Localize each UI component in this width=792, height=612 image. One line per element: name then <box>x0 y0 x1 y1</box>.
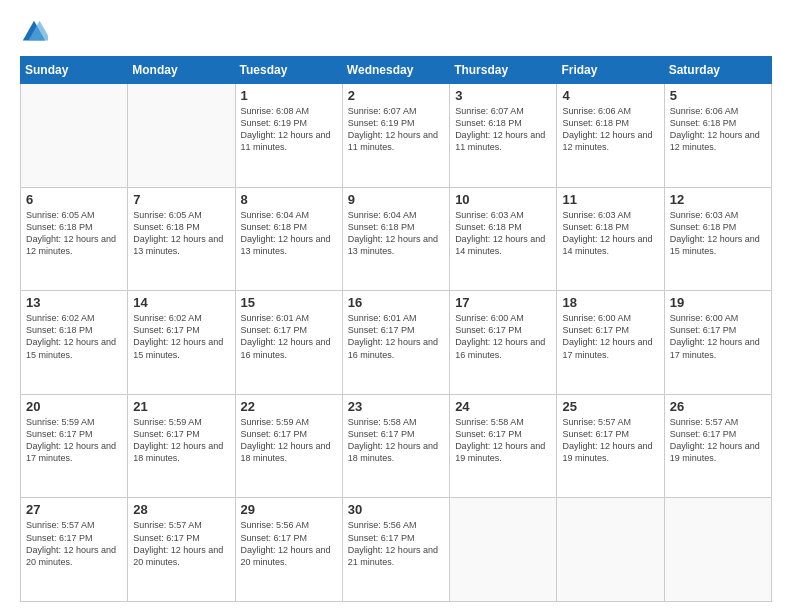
calendar-cell <box>557 498 664 602</box>
calendar-cell: 5Sunrise: 6:06 AM Sunset: 6:18 PM Daylig… <box>664 84 771 188</box>
calendar-cell: 1Sunrise: 6:08 AM Sunset: 6:19 PM Daylig… <box>235 84 342 188</box>
calendar-cell: 16Sunrise: 6:01 AM Sunset: 6:17 PM Dayli… <box>342 291 449 395</box>
day-info: Sunrise: 6:03 AM Sunset: 6:18 PM Dayligh… <box>455 209 551 258</box>
calendar-cell: 17Sunrise: 6:00 AM Sunset: 6:17 PM Dayli… <box>450 291 557 395</box>
calendar-cell <box>21 84 128 188</box>
day-info: Sunrise: 6:07 AM Sunset: 6:19 PM Dayligh… <box>348 105 444 154</box>
calendar-header: SundayMondayTuesdayWednesdayThursdayFrid… <box>21 57 772 84</box>
day-info: Sunrise: 6:00 AM Sunset: 6:17 PM Dayligh… <box>455 312 551 361</box>
calendar-cell: 23Sunrise: 5:58 AM Sunset: 6:17 PM Dayli… <box>342 394 449 498</box>
day-number: 2 <box>348 88 444 103</box>
calendar-cell: 2Sunrise: 6:07 AM Sunset: 6:19 PM Daylig… <box>342 84 449 188</box>
day-number: 13 <box>26 295 122 310</box>
logo-icon <box>20 18 48 46</box>
calendar-cell <box>664 498 771 602</box>
day-number: 6 <box>26 192 122 207</box>
day-info: Sunrise: 6:00 AM Sunset: 6:17 PM Dayligh… <box>562 312 658 361</box>
weekday-friday: Friday <box>557 57 664 84</box>
day-number: 12 <box>670 192 766 207</box>
calendar-cell: 30Sunrise: 5:56 AM Sunset: 6:17 PM Dayli… <box>342 498 449 602</box>
day-number: 26 <box>670 399 766 414</box>
calendar-cell: 20Sunrise: 5:59 AM Sunset: 6:17 PM Dayli… <box>21 394 128 498</box>
calendar-cell: 13Sunrise: 6:02 AM Sunset: 6:18 PM Dayli… <box>21 291 128 395</box>
day-info: Sunrise: 6:02 AM Sunset: 6:17 PM Dayligh… <box>133 312 229 361</box>
calendar-cell: 7Sunrise: 6:05 AM Sunset: 6:18 PM Daylig… <box>128 187 235 291</box>
day-number: 19 <box>670 295 766 310</box>
calendar-cell: 27Sunrise: 5:57 AM Sunset: 6:17 PM Dayli… <box>21 498 128 602</box>
weekday-sunday: Sunday <box>21 57 128 84</box>
day-number: 22 <box>241 399 337 414</box>
calendar-cell: 24Sunrise: 5:58 AM Sunset: 6:17 PM Dayli… <box>450 394 557 498</box>
day-info: Sunrise: 5:59 AM Sunset: 6:17 PM Dayligh… <box>133 416 229 465</box>
header <box>20 18 772 46</box>
weekday-tuesday: Tuesday <box>235 57 342 84</box>
calendar-cell: 29Sunrise: 5:56 AM Sunset: 6:17 PM Dayli… <box>235 498 342 602</box>
day-info: Sunrise: 5:57 AM Sunset: 6:17 PM Dayligh… <box>562 416 658 465</box>
day-number: 1 <box>241 88 337 103</box>
weekday-saturday: Saturday <box>664 57 771 84</box>
day-info: Sunrise: 6:01 AM Sunset: 6:17 PM Dayligh… <box>241 312 337 361</box>
day-number: 8 <box>241 192 337 207</box>
day-info: Sunrise: 6:05 AM Sunset: 6:18 PM Dayligh… <box>26 209 122 258</box>
day-info: Sunrise: 5:56 AM Sunset: 6:17 PM Dayligh… <box>241 519 337 568</box>
day-info: Sunrise: 5:59 AM Sunset: 6:17 PM Dayligh… <box>241 416 337 465</box>
calendar-cell: 9Sunrise: 6:04 AM Sunset: 6:18 PM Daylig… <box>342 187 449 291</box>
calendar-week-0: 1Sunrise: 6:08 AM Sunset: 6:19 PM Daylig… <box>21 84 772 188</box>
day-info: Sunrise: 6:00 AM Sunset: 6:17 PM Dayligh… <box>670 312 766 361</box>
day-number: 17 <box>455 295 551 310</box>
logo <box>20 18 50 46</box>
day-info: Sunrise: 6:02 AM Sunset: 6:18 PM Dayligh… <box>26 312 122 361</box>
calendar-week-3: 20Sunrise: 5:59 AM Sunset: 6:17 PM Dayli… <box>21 394 772 498</box>
day-info: Sunrise: 6:04 AM Sunset: 6:18 PM Dayligh… <box>241 209 337 258</box>
calendar-cell: 6Sunrise: 6:05 AM Sunset: 6:18 PM Daylig… <box>21 187 128 291</box>
day-info: Sunrise: 6:04 AM Sunset: 6:18 PM Dayligh… <box>348 209 444 258</box>
calendar-cell: 8Sunrise: 6:04 AM Sunset: 6:18 PM Daylig… <box>235 187 342 291</box>
day-number: 21 <box>133 399 229 414</box>
day-number: 18 <box>562 295 658 310</box>
calendar-cell: 15Sunrise: 6:01 AM Sunset: 6:17 PM Dayli… <box>235 291 342 395</box>
calendar-cell: 22Sunrise: 5:59 AM Sunset: 6:17 PM Dayli… <box>235 394 342 498</box>
day-number: 4 <box>562 88 658 103</box>
day-number: 15 <box>241 295 337 310</box>
calendar-cell: 21Sunrise: 5:59 AM Sunset: 6:17 PM Dayli… <box>128 394 235 498</box>
day-info: Sunrise: 5:57 AM Sunset: 6:17 PM Dayligh… <box>26 519 122 568</box>
calendar-cell: 25Sunrise: 5:57 AM Sunset: 6:17 PM Dayli… <box>557 394 664 498</box>
calendar-cell: 4Sunrise: 6:06 AM Sunset: 6:18 PM Daylig… <box>557 84 664 188</box>
calendar-cell: 12Sunrise: 6:03 AM Sunset: 6:18 PM Dayli… <box>664 187 771 291</box>
day-number: 3 <box>455 88 551 103</box>
day-info: Sunrise: 6:03 AM Sunset: 6:18 PM Dayligh… <box>670 209 766 258</box>
calendar-cell: 28Sunrise: 5:57 AM Sunset: 6:17 PM Dayli… <box>128 498 235 602</box>
calendar-cell <box>450 498 557 602</box>
weekday-wednesday: Wednesday <box>342 57 449 84</box>
day-number: 10 <box>455 192 551 207</box>
calendar-cell: 14Sunrise: 6:02 AM Sunset: 6:17 PM Dayli… <box>128 291 235 395</box>
calendar-week-1: 6Sunrise: 6:05 AM Sunset: 6:18 PM Daylig… <box>21 187 772 291</box>
calendar-cell <box>128 84 235 188</box>
calendar-cell: 18Sunrise: 6:00 AM Sunset: 6:17 PM Dayli… <box>557 291 664 395</box>
day-number: 16 <box>348 295 444 310</box>
calendar-body: 1Sunrise: 6:08 AM Sunset: 6:19 PM Daylig… <box>21 84 772 602</box>
calendar-cell: 19Sunrise: 6:00 AM Sunset: 6:17 PM Dayli… <box>664 291 771 395</box>
day-info: Sunrise: 6:03 AM Sunset: 6:18 PM Dayligh… <box>562 209 658 258</box>
day-info: Sunrise: 5:58 AM Sunset: 6:17 PM Dayligh… <box>348 416 444 465</box>
calendar: SundayMondayTuesdayWednesdayThursdayFrid… <box>20 56 772 602</box>
calendar-week-2: 13Sunrise: 6:02 AM Sunset: 6:18 PM Dayli… <box>21 291 772 395</box>
day-number: 29 <box>241 502 337 517</box>
day-number: 24 <box>455 399 551 414</box>
day-number: 7 <box>133 192 229 207</box>
day-info: Sunrise: 6:06 AM Sunset: 6:18 PM Dayligh… <box>562 105 658 154</box>
day-number: 27 <box>26 502 122 517</box>
day-number: 28 <box>133 502 229 517</box>
day-number: 9 <box>348 192 444 207</box>
day-info: Sunrise: 6:06 AM Sunset: 6:18 PM Dayligh… <box>670 105 766 154</box>
weekday-header-row: SundayMondayTuesdayWednesdayThursdayFrid… <box>21 57 772 84</box>
calendar-cell: 11Sunrise: 6:03 AM Sunset: 6:18 PM Dayli… <box>557 187 664 291</box>
day-info: Sunrise: 6:08 AM Sunset: 6:19 PM Dayligh… <box>241 105 337 154</box>
calendar-cell: 10Sunrise: 6:03 AM Sunset: 6:18 PM Dayli… <box>450 187 557 291</box>
day-info: Sunrise: 5:57 AM Sunset: 6:17 PM Dayligh… <box>133 519 229 568</box>
day-number: 23 <box>348 399 444 414</box>
day-number: 14 <box>133 295 229 310</box>
day-info: Sunrise: 6:05 AM Sunset: 6:18 PM Dayligh… <box>133 209 229 258</box>
day-number: 30 <box>348 502 444 517</box>
day-number: 20 <box>26 399 122 414</box>
